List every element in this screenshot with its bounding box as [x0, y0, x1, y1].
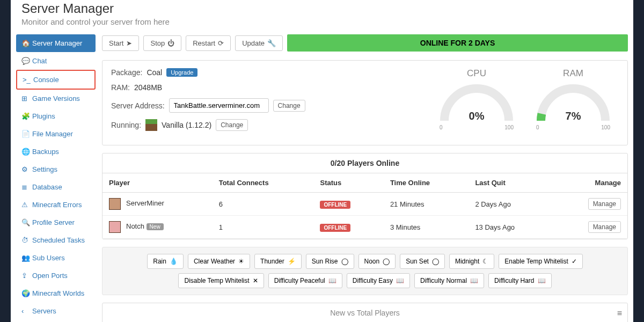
qa-disable-temp-whitelist[interactable]: Disable Temp Whitelist ✕ — [178, 273, 264, 288]
col-manage: Manage — [553, 173, 627, 193]
manage-button[interactable]: Manage — [588, 221, 621, 233]
col-status: Status — [313, 173, 383, 193]
address-label: Server Address: — [111, 101, 165, 110]
qa-icon: ✓ — [572, 258, 577, 265]
ram-label: RAM: — [111, 83, 130, 92]
upgrade-button[interactable]: Upgrade — [166, 68, 197, 77]
sidebar-item-chat[interactable]: 💬Chat — [16, 52, 96, 70]
sidebar-icon: >_ — [23, 76, 33, 84]
running-label: Running: — [111, 121, 141, 129]
qa-icon: 💧 — [170, 258, 178, 265]
qa-sun-rise[interactable]: Sun Rise ◯ — [306, 254, 354, 269]
qa-label: Disable Temp Whitelist — [184, 277, 249, 284]
refresh-icon: ⟳ — [218, 39, 224, 47]
new-badge: New — [147, 223, 164, 230]
qa-icon: 📖 — [396, 277, 404, 284]
sidebar-item-sub-users[interactable]: 👥Sub Users — [16, 249, 96, 267]
last-quit-value: 13 Days Ago — [469, 216, 553, 239]
qa-sun-set[interactable]: Sun Set ◯ — [400, 254, 445, 269]
qa-label: Rain — [153, 258, 166, 265]
sidebar-item-label: Minecraft Errors — [32, 201, 82, 209]
qa-label: Difficulty Normal — [420, 277, 467, 284]
page-subtitle: Monitor and control your server from her… — [21, 17, 623, 26]
chart-title: New vs Total Players — [110, 309, 620, 317]
sidebar-item-database[interactable]: ≣Database — [16, 178, 96, 196]
qa-noon[interactable]: Noon ◯ — [358, 254, 396, 269]
sidebar-item-scheduled-tasks[interactable]: ⏱Scheduled Tasks — [16, 231, 96, 249]
time-online-value: 21 Minutes — [384, 193, 469, 216]
qa-midnight[interactable]: Midnight ☾ — [449, 254, 494, 269]
col-connects: Total Connects — [213, 173, 314, 193]
wrench-icon: 🔧 — [267, 39, 276, 47]
online-status: ONLINE FOR 2 DAYS — [287, 34, 628, 52]
table-row: ServerMiner6OFFLINE21 Minutes2 Days AgoM… — [103, 193, 627, 216]
players-header: 0/20 Players Online — [103, 153, 627, 173]
minecraft-icon — [145, 119, 157, 131]
table-row: Notch New1OFFLINE3 Minutes13 Days AgoMan… — [103, 216, 627, 239]
sidebar-item-minecraft-worlds[interactable]: 🌍Minecraft Worlds — [16, 284, 96, 302]
start-button[interactable]: Start ➤ — [102, 35, 139, 51]
qa-label: Clear Weather — [194, 258, 235, 265]
sidebar-item-plugins[interactable]: 🧩Plugins — [16, 107, 96, 125]
qa-difficulty-normal[interactable]: Difficulty Normal 📖 — [414, 273, 484, 288]
player-name: Notch — [126, 222, 144, 230]
qa-icon: ☀ — [238, 258, 244, 265]
change-address-button[interactable]: Change — [273, 100, 305, 112]
power-icon: ⏻ — [167, 39, 174, 47]
qa-icon: 📖 — [538, 277, 546, 284]
qa-icon: ◯ — [383, 258, 390, 265]
last-quit-value: 2 Days Ago — [469, 193, 553, 216]
sidebar-icon: 👥 — [21, 254, 32, 262]
time-online-value: 3 Minutes — [384, 216, 469, 239]
sidebar-icon: 💬 — [21, 57, 32, 65]
qa-label: Enable Temp Whitelist — [504, 258, 568, 265]
sidebar-item-servers[interactable]: ‹Servers — [16, 302, 96, 320]
avatar — [109, 198, 121, 210]
qa-label: Noon — [364, 258, 380, 265]
avatar — [109, 221, 121, 233]
sidebar-item-profile-server[interactable]: 🔍Profile Server — [16, 214, 96, 231]
sidebar-item-label: Scheduled Tasks — [32, 236, 85, 244]
sidebar-icon: 🔍 — [21, 218, 32, 226]
qa-icon: 📖 — [470, 277, 478, 284]
sidebar-item-server-manager[interactable]: 🏠Server Manager — [16, 34, 96, 52]
qa-difficulty-easy[interactable]: Difficulty Easy 📖 — [347, 273, 410, 288]
qa-thunder[interactable]: Thunder ⚡ — [254, 254, 302, 269]
sidebar-item-label: Game Versions — [32, 94, 80, 103]
sidebar-item-label: Database — [32, 183, 62, 191]
change-running-button[interactable]: Change — [216, 119, 248, 131]
sidebar-item-console[interactable]: >_Console — [16, 70, 96, 90]
qa-difficulty-hard[interactable]: Difficulty Hard 📖 — [488, 273, 551, 288]
qa-clear-weather[interactable]: Clear Weather ☀ — [188, 254, 250, 269]
sidebar-item-label: Chat — [32, 57, 47, 65]
qa-rain[interactable]: Rain 💧 — [147, 254, 184, 269]
qa-enable-temp-whitelist[interactable]: Enable Temp Whitelist ✓ — [499, 254, 583, 269]
qa-label: Difficulty Easy — [353, 277, 393, 284]
update-button[interactable]: Update 🔧 — [235, 35, 283, 51]
sidebar-icon: ⚠ — [21, 201, 32, 209]
chart-panel: ≡ New vs Total Players Zoom1m3m6mYTD1yAl… — [102, 303, 628, 322]
sidebar-item-settings[interactable]: ⚙Settings — [16, 160, 96, 178]
sidebar-item-open-ports[interactable]: ⇪Open Ports — [16, 267, 96, 284]
qa-difficulty-peaceful[interactable]: Difficulty Peaceful 📖 — [268, 273, 342, 288]
sidebar-item-minecraft-errors[interactable]: ⚠Minecraft Errors — [16, 196, 96, 214]
sidebar-item-backups[interactable]: 🌐Backups — [16, 143, 96, 160]
sidebar-item-label: Sub Users — [32, 254, 65, 262]
sidebar-icon: ⏱ — [21, 236, 32, 244]
manage-button[interactable]: Manage — [588, 198, 621, 210]
sidebar-icon: 🧩 — [21, 112, 32, 120]
qa-label: Midnight — [455, 258, 479, 265]
sidebar-icon: 🌍 — [21, 289, 32, 297]
sidebar-item-file-manager[interactable]: 📄File Manager — [16, 125, 96, 143]
qa-label: Sun Set — [406, 258, 429, 265]
address-input[interactable] — [169, 98, 269, 113]
package-label: Package: — [111, 68, 142, 77]
chart-menu-icon[interactable]: ≡ — [617, 309, 622, 318]
restart-button[interactable]: Restart ⟳ — [186, 35, 231, 51]
sidebar-icon: 📄 — [21, 130, 32, 138]
connects-value: 6 — [213, 193, 314, 216]
status-badge: OFFLINE — [320, 201, 350, 209]
sidebar-icon: ⊞ — [21, 94, 32, 103]
sidebar-item-game-versions[interactable]: ⊞Game Versions — [16, 90, 96, 107]
stop-button[interactable]: Stop ⏻ — [143, 35, 181, 51]
